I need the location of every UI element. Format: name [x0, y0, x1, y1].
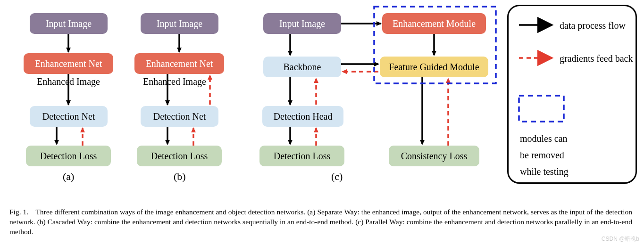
label: Detection Head [274, 111, 333, 122]
watermark: CSDN @暗魂b [602, 235, 639, 243]
label: Consistency Loss [401, 151, 468, 161]
col-b-label: (b) [174, 171, 186, 183]
box-c-backbone: Backbone [263, 57, 341, 77]
box-a-detection: Detection Net [30, 106, 108, 127]
box-c-consistency-loss: Consistency Loss [389, 146, 479, 166]
label: Feature Guided Module [389, 62, 479, 72]
box-b-loss: Detection Loss [137, 146, 222, 166]
box-c-detection-loss: Detection Loss [259, 146, 344, 166]
label: Detection Loss [151, 151, 208, 161]
diagram-canvas: Input Image Enhancement Net Enhanced Ima… [0, 0, 644, 198]
box-a-input: Input Image [30, 13, 108, 34]
label: Input Image [157, 18, 202, 29]
label: Enhancement Net [35, 58, 102, 69]
legend-flow-label: data process flow [560, 20, 626, 31]
label: Detection Loss [40, 151, 97, 161]
box-b-detection: Detection Net [141, 106, 218, 127]
label-b-enhanced-image: Enhanced Image [137, 76, 212, 87]
legend-remove-1: modules can [520, 133, 568, 144]
label: Detection Net [153, 111, 206, 122]
box-c-feature-guided-module: Feature Guided Module [380, 57, 488, 77]
legend-remove-2: be removed [520, 150, 564, 161]
legend-dashed-box [519, 96, 564, 122]
label: Input Image [279, 18, 325, 29]
legend-remove-3: while testing [520, 166, 569, 177]
box-a-loss: Detection Loss [26, 146, 111, 166]
legend-grad-label: gradients feed back [560, 53, 633, 64]
label-a-enhanced-image: Enhanced Image [28, 76, 109, 87]
box-b-enhancement: Enhancement Net [134, 53, 224, 74]
label: Detection Loss [274, 151, 331, 161]
label: Backbone [284, 62, 321, 72]
legend: data process flow gradients feed back mo… [507, 5, 637, 184]
box-c-detection-head: Detection Head [262, 106, 343, 127]
figure-caption: Fig. 1. Three different combination ways… [9, 207, 632, 237]
box-c-input: Input Image [263, 13, 341, 34]
col-a-label: (a) [63, 171, 74, 183]
col-c-label: (c) [331, 171, 343, 183]
label: Detection Net [42, 111, 95, 122]
label: Enhancement Module [393, 18, 476, 29]
box-a-enhancement: Enhancement Net [24, 53, 113, 74]
box-b-input: Input Image [141, 13, 218, 34]
box-c-enhancement-module: Enhancement Module [382, 13, 486, 34]
label: Input Image [46, 18, 92, 29]
label: Enhancement Net [146, 58, 213, 69]
